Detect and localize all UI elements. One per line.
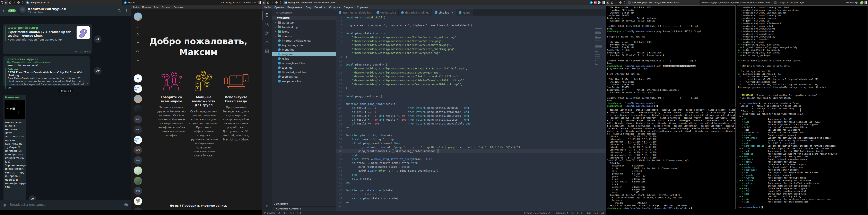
taskbar-window-terminal[interactable]: sheridan@spc: /data/home/sheridan/Music/…	[700, 0, 773, 5]
tray-skype-tray[interactable]: S	[590, 1, 593, 4]
tray-pinwheel-tray[interactable]	[597, 1, 601, 4]
menu-item-1[interactable]: Правка	[141, 6, 152, 9]
panel-compare-commits[interactable]: ▸COMPARE COMMITS	[272, 206, 336, 211]
settings-gear-icon[interactable]	[262, 202, 272, 210]
sender-name[interactable]: Капитанский журнал	[5, 58, 87, 61]
gitlens-count[interactable]: 0	[297, 212, 302, 214]
tag-k-icon[interactable]: К	[262, 0, 266, 5]
tag-home-icon[interactable]	[8, 0, 12, 5]
tag-hourglass-icon[interactable]	[21, 0, 25, 5]
git-branch-indicator[interactable]: master	[264, 212, 275, 214]
contacts-icon[interactable]	[134, 39, 142, 48]
extensions-icon[interactable]	[262, 47, 272, 56]
menu-item-3[interactable]: Сервис	[160, 6, 172, 9]
channel-avatar[interactable]	[18, 6, 26, 15]
tag-frame-icon[interactable]	[0, 0, 4, 5]
explorer-icon[interactable]	[262, 11, 272, 20]
chat-avatar-9[interactable]	[134, 166, 142, 175]
tab-rc-lua[interactable]: rc.lua	[456, 9, 473, 16]
chat-avatar-3[interactable]	[134, 105, 142, 113]
tag-home-icon[interactable]	[266, 0, 270, 5]
new-chat-icon[interactable]	[134, 56, 142, 65]
attach-icon[interactable]	[3, 203, 7, 207]
link-thumbnail-gentoo[interactable]	[76, 26, 90, 39]
sender-name[interactable]: Капитанс...	[4, 96, 25, 99]
chat-avatar-4[interactable]: DL	[134, 115, 142, 123]
chat-avatar-11[interactable]: PD	[134, 187, 142, 195]
search-icon[interactable]	[134, 30, 142, 39]
sync-icon[interactable]	[278, 212, 280, 214]
status-2[interactable]: UTF-8	[571, 212, 578, 214]
menu-item-6[interactable]: Задачи	[342, 6, 355, 9]
tree-item-rc-lua[interactable]: rc.lua	[272, 56, 336, 61]
menu-item-4[interactable]: Справка	[172, 6, 185, 9]
tab-threaded_shell-lua[interactable]: threaded_shell.lua	[399, 9, 432, 16]
forward-button[interactable]	[94, 35, 101, 43]
layout-grid-icon[interactable]	[257, 0, 262, 5]
terminal-portage[interactable]: --- replaced dir /usr/lib/debug/usr/lib6…	[737, 5, 868, 209]
menu-item-2[interactable]: Вид	[152, 6, 160, 9]
link-url[interactable]: www.gentoo.org	[7, 26, 38, 30]
more-options-icon[interactable]	[134, 65, 142, 73]
keyboard-layout-indicator[interactable]: ru(winkeys)	[845, 1, 860, 4]
tab-toolbars-lua[interactable]: toolbars.lua	[374, 9, 399, 16]
chat-avatar-12[interactable]	[134, 197, 142, 205]
tree-item-menu-lua[interactable]: menu.lua	[272, 47, 336, 52]
taskbar-window-skype[interactable]: SSkype	[122, 0, 220, 5]
close-tab-icon[interactable]: ✕	[452, 11, 454, 14]
layout-grid-icon[interactable]	[601, 0, 606, 5]
message-photo[interactable]: us	[4, 100, 25, 119]
chat-avatar-0[interactable]: A	[134, 74, 142, 83]
tag-globe-icon[interactable]	[274, 0, 278, 5]
chat-avatar-10[interactable]	[134, 177, 142, 185]
terminal-music[interactable]: --disable-libfdk-aac --enable-libopenjpe…	[606, 108, 736, 209]
menu-item-5[interactable]: Отладка	[327, 6, 342, 9]
layout-grid-icon[interactable]	[864, 0, 868, 5]
taskbar-window-terminal[interactable]: sheridan@spc: ~/.config/awesome/sounds	[626, 0, 700, 5]
menu-item-0[interactable]: Файл	[131, 6, 141, 9]
tag-home-icon[interactable]	[610, 0, 614, 5]
message-link-card[interactable]: www.gentoo.orgExperimental amd64 17.1 pr…	[3, 24, 92, 54]
panel-commits[interactable]: ▸COMMITS	[272, 202, 336, 206]
tag-k-icon[interactable]: К	[4, 0, 8, 5]
notifications-icon[interactable]	[134, 22, 142, 30]
chat-avatar-8[interactable]: AA	[134, 156, 142, 164]
emoji-icon[interactable]	[124, 203, 128, 207]
status-3[interactable]: LF	[581, 212, 584, 214]
terminal-sounds[interactable]: File Size: 4.48k Bit Rate: 142k Encoding…	[606, 5, 736, 107]
chat-avatar-1[interactable]: Git in Sky	[134, 85, 142, 93]
tree-item-sounds[interactable]: ▸sounds	[272, 34, 336, 38]
tab-ping-lua[interactable]: ping.lua✕	[432, 9, 456, 16]
tray-telegram-tray-57[interactable]: 57	[594, 1, 597, 4]
tree-item-autostart[interactable]: ▸autostart	[272, 20, 336, 25]
chat-avatar-5[interactable]: tult	[134, 125, 142, 134]
status-1[interactable]: Пробелов: 4	[554, 212, 568, 214]
tree-item-wallpapers-lua[interactable]: wallpapers.lua	[272, 79, 336, 83]
taskbar-window-vscode[interactable]: +ping.lua - awesome - Visual Studio Code	[282, 0, 590, 5]
menu-item-1[interactable]: Правка	[273, 6, 286, 9]
tree-item-screen_layout-lua[interactable]: screen_layout.lua	[272, 61, 336, 65]
tag-note-icon[interactable]: ♪	[12, 0, 17, 5]
warning-count[interactable]: 0	[290, 212, 294, 214]
source-control-icon[interactable]	[262, 29, 272, 38]
menu-item-4[interactable]: Перейти	[313, 6, 327, 9]
status-0[interactable]: Строка 35, столбец 59	[524, 212, 551, 214]
back-arrow-icon[interactable]: ←	[3, 9, 6, 13]
tree-item-threaded_shell-lua[interactable]: threaded_shell.lua	[272, 70, 336, 74]
chat-avatar-7[interactable]: AS	[134, 146, 142, 154]
kebab-menu-icon[interactable]	[125, 9, 128, 12]
debug-icon[interactable]	[262, 38, 272, 47]
tree-item-internet_avialable-lua[interactable]: internet_avialable.lua	[272, 38, 336, 43]
menu-item-2[interactable]: Выделение	[286, 6, 304, 9]
menu-item-0[interactable]: Файл	[262, 6, 273, 9]
taskbar-window-telegram[interactable]: Telegram (194757)	[25, 0, 122, 5]
tree-item-toolbars-lua[interactable]: toolbars.lua	[272, 74, 336, 79]
tag-k-icon[interactable]: К	[606, 0, 610, 5]
chat-avatar-6[interactable]: Git in Sky	[134, 136, 142, 144]
menu-item-3[interactable]: Вид	[304, 6, 312, 9]
tag-note-icon[interactable]: ♪	[614, 0, 618, 5]
minimap[interactable]	[595, 27, 605, 67]
tab-internet_avialable-lua[interactable]: internet_avialable.lua	[336, 9, 374, 16]
tag-hourglass-icon[interactable]	[622, 0, 626, 5]
feedback-smiley-icon[interactable]	[601, 212, 604, 214]
